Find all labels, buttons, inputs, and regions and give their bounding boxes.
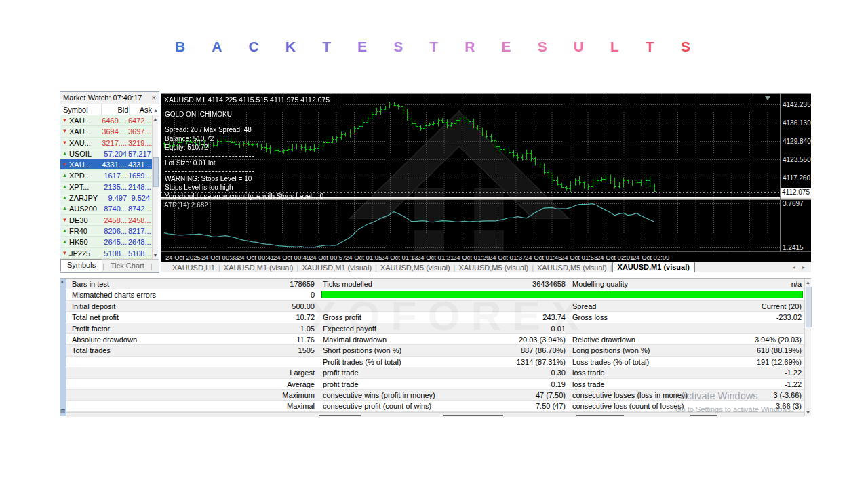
bid-value: 57.204 bbox=[100, 148, 128, 159]
column-header-ask[interactable]: Ask bbox=[130, 104, 153, 116]
tester-side-strip: × ▥ bbox=[60, 279, 66, 416]
current-price-tag: 4112.075 bbox=[781, 188, 811, 197]
time-axis-label: 24 Oct 2025 bbox=[165, 253, 201, 261]
arrow-up-icon: ▲ bbox=[60, 148, 69, 159]
time-axis-label: 24 Oct 00:49 bbox=[273, 253, 310, 261]
chart-tab[interactable]: XAUUSD,M1 (visual) bbox=[298, 264, 375, 272]
symbol-name: XAU... bbox=[69, 115, 100, 125]
ask-value: 2648... bbox=[128, 237, 151, 247]
report-row: Bars in test178659Ticks modelled36434658… bbox=[66, 279, 804, 289]
market-watch-row[interactable]: ▲XPT...2135...2148... bbox=[60, 182, 153, 192]
title-letter: T bbox=[322, 39, 331, 55]
symbol-name: USOIL bbox=[69, 148, 100, 159]
title-letter: S bbox=[538, 39, 547, 55]
market-watch-row[interactable]: ▼DE302458...2458... bbox=[60, 215, 153, 226]
metric-label: Loss trades (% of total) bbox=[572, 357, 649, 367]
market-watch-row[interactable]: ▼JP2255108...5108... bbox=[60, 248, 153, 259]
row-value: Largest bbox=[189, 367, 315, 378]
metric-value: -1.22 bbox=[648, 367, 802, 378]
chart-tab[interactable]: XAUUSD,M5 (visual) bbox=[534, 264, 610, 272]
price-axis-separator bbox=[780, 94, 781, 251]
time-axis-label: 24 Oct 01:29 bbox=[453, 253, 490, 261]
tab-tick-chart[interactable]: Tick Chart bbox=[104, 260, 151, 272]
bid-value: 4331.... bbox=[100, 159, 128, 169]
market-watch-panel: Market Watch: 07:40:17 × SymbolBidAsk▲ ▼… bbox=[60, 92, 159, 273]
market-watch-row[interactable]: ▲HK502645...2648... bbox=[60, 237, 153, 247]
scroll-up-icon[interactable]: ▲ bbox=[153, 104, 159, 116]
metric-value: 618 (88.19%) bbox=[648, 345, 802, 356]
ask-value: 5108... bbox=[128, 248, 151, 258]
indicator-axis-label: 3.7697 bbox=[783, 200, 804, 207]
title-letter: T bbox=[429, 39, 438, 55]
market-watch-row[interactable]: ▼XAU...6469....6472.... bbox=[60, 115, 153, 126]
market-watch-row[interactable]: ▼XAU...3694....3697.... bbox=[60, 126, 153, 137]
metric-label: Ticks modelled bbox=[323, 279, 372, 289]
report-row: Profit trades (% of total)1314 (87.31%)L… bbox=[66, 357, 804, 367]
metric-value: 3.94% (20.03) bbox=[648, 334, 802, 345]
metric-value: Current (20) bbox=[648, 301, 802, 312]
close-icon[interactable]: × bbox=[60, 279, 64, 285]
metric-label: Modelling quality bbox=[572, 279, 628, 289]
scroll-up-icon[interactable]: ▲ bbox=[153, 116, 158, 122]
market-watch-row[interactable]: ▲AUS2008740...8742... bbox=[60, 203, 153, 214]
chart-tab[interactable]: XAUUSD,M1 (visual) bbox=[220, 264, 297, 272]
bid-value: 1617... bbox=[100, 170, 128, 180]
report-icon: ▥ bbox=[60, 409, 66, 414]
title-letter: T bbox=[646, 39, 654, 55]
overlay-separator bbox=[165, 169, 254, 172]
title-letter: R bbox=[465, 39, 475, 55]
arrow-down-icon: ▼ bbox=[60, 115, 69, 125]
market-watch-row[interactable]: ▲USOIL57.20457.217 bbox=[60, 148, 153, 159]
title-letter: E bbox=[502, 39, 511, 55]
market-watch-row[interactable]: ▲XPD...1617...1659... bbox=[60, 170, 153, 181]
metric-value: 887 (86.70%) bbox=[443, 345, 566, 356]
market-watch-row[interactable]: ▲ZARJPY9.4979.524 bbox=[60, 192, 153, 203]
market-watch-scrollbar[interactable]: ▲ ▼ bbox=[152, 115, 158, 259]
tab-symbols[interactable]: Symbols bbox=[60, 259, 102, 272]
metric-label: Profit trades (% of total) bbox=[323, 357, 401, 367]
scroll-down-icon[interactable]: ▼ bbox=[153, 252, 158, 258]
metric-value: 191 (12.69%) bbox=[648, 357, 802, 367]
atr-indicator-plot[interactable] bbox=[161, 200, 780, 251]
chart-tabbar: XAUUSD,H1|XAUUSD,M1 (visual)|XAUUSD,M1 (… bbox=[161, 262, 811, 272]
indicator-axis-label: 1.2415 bbox=[783, 244, 804, 251]
close-icon[interactable]: × bbox=[152, 92, 156, 103]
scroll-thumb[interactable] bbox=[806, 287, 812, 327]
price-axis-label: 4123.550 bbox=[783, 156, 811, 163]
ask-value: 8217... bbox=[128, 226, 151, 236]
market-watch-row[interactable]: ▼XAU...4331....4331.... bbox=[60, 159, 153, 170]
symbol-name: XPT... bbox=[69, 182, 100, 192]
market-watch-row[interactable]: ▼XAU...3217....3219.... bbox=[60, 138, 153, 148]
title-letter: C bbox=[249, 39, 259, 55]
ea-lot-line: Lot Size: 0.01 lot bbox=[165, 159, 323, 167]
column-header-bid[interactable]: Bid bbox=[102, 104, 130, 116]
bid-value: 3694.... bbox=[100, 126, 128, 136]
market-watch-row[interactable]: ▲FR408206...8217... bbox=[60, 226, 153, 237]
time-axis-label: 24 Oct 00:33 bbox=[201, 253, 238, 261]
activate-windows-hint: Go to Settings to activate Windows. bbox=[675, 405, 793, 413]
bid-value: 3217.... bbox=[100, 138, 128, 148]
scroll-up-icon[interactable]: ▲ bbox=[805, 279, 811, 285]
chart-tab[interactable]: XAUUSD,M5 (visual) bbox=[455, 264, 532, 272]
scroll-thumb[interactable] bbox=[153, 157, 159, 187]
chart-tab[interactable]: XAUUSD,M5 (visual) bbox=[377, 264, 454, 272]
time-axis-label: 24 Oct 01:53 bbox=[561, 253, 597, 261]
chart-tab[interactable]: XAUUSD,H1 bbox=[169, 264, 218, 272]
chart-shift-marker-icon[interactable] bbox=[765, 96, 770, 100]
tab-scroll-arrows[interactable]: ◂ ▸ bbox=[793, 264, 808, 270]
metric-value: 47 (7.50) bbox=[443, 390, 566, 401]
symbol-name: DE30 bbox=[69, 215, 100, 225]
column-header-symbol[interactable]: Symbol bbox=[60, 104, 102, 116]
chart-tab[interactable]: XAUUSD,M1 (visual) bbox=[612, 262, 695, 272]
report-scrollbar[interactable]: ▲ ▼ bbox=[804, 279, 811, 416]
row-value: 11.76 bbox=[189, 334, 315, 345]
arrow-up-icon: ▲ bbox=[60, 170, 69, 180]
metric-value: -1.22 bbox=[648, 379, 802, 390]
title-letter: S bbox=[393, 39, 403, 55]
metric-value: 1314 (87.31%) bbox=[443, 357, 566, 367]
bid-value: 9.497 bbox=[100, 192, 128, 203]
row-value: 178659 bbox=[189, 279, 315, 289]
row-value: Maximal bbox=[189, 401, 315, 411]
scroll-down-icon[interactable]: ▼ bbox=[805, 409, 811, 415]
bid-value: 5108... bbox=[100, 248, 128, 258]
